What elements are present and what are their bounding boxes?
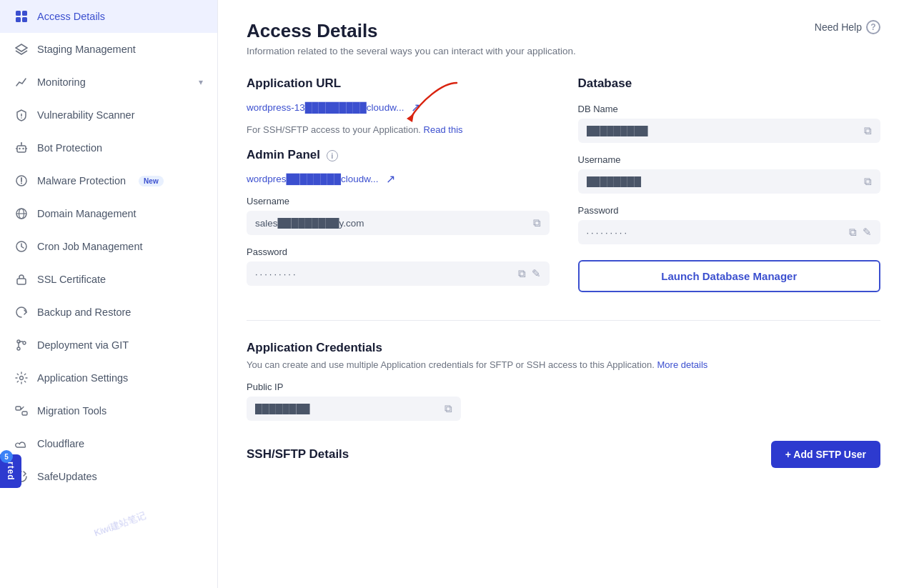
svg-point-8 (19, 148, 20, 149)
db-password-label: Password (578, 205, 881, 216)
grid-icon (14, 9, 29, 24)
public-ip-value: ████████ (255, 404, 439, 414)
public-ip-copy-icon[interactable]: ⧉ (444, 402, 452, 415)
sidebar-item-access-details[interactable]: Access Details (0, 0, 217, 33)
db-username-input-row: ████████ ⧉ (578, 169, 881, 194)
cloud-icon (14, 437, 29, 451)
sidebar-item-backup-and-restore[interactable]: Backup and Restore (0, 296, 217, 329)
sidebar-item-cron-job-management[interactable]: Cron Job Management (0, 230, 217, 263)
sidebar-item-ssl-certificate[interactable]: SSL Certificate (0, 263, 217, 296)
sidebar-item-vulnerability-scanner[interactable]: Vulnerability Scanner (0, 99, 217, 131)
chart-icon (14, 75, 29, 89)
db-password-edit-icon[interactable]: ✎ (863, 226, 872, 239)
admin-password-input-row: ········· ⧉ ✎ (247, 261, 550, 286)
admin-panel-info-icon[interactable]: i (327, 150, 338, 161)
top-section-grid: Application URL wordpress-13█████████clo… (247, 76, 880, 297)
help-icon: ? (866, 20, 880, 34)
admin-password-dots: ········· (255, 269, 298, 279)
sidebar-item-bot-protection[interactable]: Bot Protection (0, 131, 217, 164)
sidebar-item-deployment-via-git[interactable]: Deployment via GIT (0, 329, 217, 362)
db-name-value: █████████ (587, 126, 859, 136)
credentials-heading: Application Credentials (247, 341, 880, 355)
sidebar-item-label: Staging Management (37, 44, 136, 55)
sidebar-item-malware-protection[interactable]: Malware Protection New (0, 164, 217, 197)
ssh-sftp-heading: SSH/SFTP Details (247, 447, 349, 462)
application-url-text: wordpress-13█████████cloudw... (247, 102, 404, 113)
admin-password-label: Password (247, 246, 550, 257)
application-url-section: Application URL wordpress-13█████████clo… (247, 76, 550, 135)
db-username-value: ████████ (587, 176, 859, 187)
svg-rect-0 (16, 11, 21, 16)
public-ip-section: Public IP ████████ ⧉ (247, 382, 880, 421)
admin-username-value: sales█████████y.com (255, 218, 527, 229)
read-this-link[interactable]: Read this (424, 124, 463, 135)
admin-panel-section: Admin Panel i wordpres████████cloudw... … (247, 148, 550, 286)
svg-rect-28 (22, 412, 27, 415)
sidebar-item-safeupdates[interactable]: SafeUpdates (0, 460, 217, 493)
layers-icon (14, 42, 29, 56)
db-name-field: DB Name █████████ ⧉ (578, 104, 881, 143)
page-title: Access Details (247, 20, 576, 42)
sidebar-item-label: Malware Protection (37, 175, 126, 186)
admin-password-copy-icon[interactable]: ⧉ (518, 267, 526, 280)
public-ip-input-row: ████████ ⧉ (247, 397, 461, 421)
db-password-copy-icon[interactable]: ⧉ (849, 226, 857, 239)
chevron-down-icon: ▾ (199, 77, 203, 87)
need-help-label: Need Help (815, 21, 862, 33)
sidebar-item-label: Backup and Restore (37, 307, 131, 318)
sidebar-item-domain-management[interactable]: Domain Management (0, 197, 217, 230)
more-details-link[interactable]: More details (657, 359, 708, 370)
page-subtitle: Information related to the several ways … (247, 46, 576, 56)
ssh-sftp-section: SSH/SFTP Details + Add SFTP User (247, 441, 880, 468)
clock-icon (14, 239, 29, 254)
db-name-copy-icon[interactable]: ⧉ (864, 124, 872, 137)
db-username-label: Username (578, 154, 881, 165)
sidebar-item-migration-tools[interactable]: Migration Tools (0, 394, 217, 427)
sidebar-item-cloudflare[interactable]: Cloudflare (0, 427, 217, 460)
lock-icon (14, 272, 29, 286)
sidebar-item-monitoring[interactable]: Monitoring ▾ (0, 66, 217, 99)
admin-password-field: Password ········· ⧉ ✎ (247, 246, 550, 286)
admin-panel-url-text: wordpres████████cloudw... (247, 174, 379, 184)
sidebar-item-label: SSL Certificate (37, 274, 106, 285)
sidebar-item-application-settings[interactable]: Application Settings (0, 362, 217, 394)
sidebar-item-label: Monitoring (37, 76, 86, 88)
ssh-note: For SSH/SFTP access to your Application.… (247, 124, 550, 135)
application-url-heading: Application URL (247, 76, 550, 91)
admin-username-label: Username (247, 196, 550, 206)
admin-panel-external-link-icon[interactable]: ↗ (386, 172, 395, 186)
svg-rect-27 (16, 407, 21, 410)
svg-point-6 (21, 117, 22, 119)
db-username-field: Username ████████ ⧉ (578, 154, 881, 194)
section-divider (247, 320, 880, 321)
sidebar-item-staging-management[interactable]: Staging Management (0, 33, 217, 66)
admin-panel-heading: Admin Panel i (247, 148, 550, 162)
svg-rect-3 (22, 17, 27, 22)
left-column: Application URL wordpress-13█████████clo… (247, 76, 550, 297)
svg-point-23 (17, 347, 20, 350)
db-password-dots: ········· (587, 227, 630, 238)
add-sftp-user-button[interactable]: + Add SFTP User (771, 441, 880, 468)
svg-point-16 (21, 183, 22, 184)
red-arrow-annotation (399, 79, 464, 122)
admin-username-input-row: sales█████████y.com ⧉ (247, 211, 550, 235)
db-name-input-row: █████████ ⧉ (578, 119, 881, 143)
malware-icon (14, 174, 29, 188)
credentials-subtext: You can create and use multiple Applicat… (247, 359, 880, 370)
shield-icon (14, 108, 29, 122)
admin-username-copy-icon[interactable]: ⧉ (533, 216, 541, 229)
svg-marker-29 (407, 114, 414, 122)
admin-username-field: Username sales█████████y.com ⧉ (247, 196, 550, 235)
admin-password-edit-icon[interactable]: ✎ (532, 267, 541, 280)
database-section: Database DB Name █████████ ⧉ Username ██… (578, 76, 881, 297)
need-help-button[interactable]: Need Help ? (815, 20, 880, 34)
credentials-section: Application Credentials You can create a… (247, 341, 880, 421)
public-ip-label: Public IP (247, 382, 880, 392)
git-icon (14, 338, 29, 352)
sidebar-item-label: SafeUpdates (37, 471, 97, 482)
db-username-copy-icon[interactable]: ⧉ (864, 175, 872, 188)
bot-icon (14, 141, 29, 155)
backup-icon (14, 305, 29, 319)
database-heading: Database (578, 76, 881, 91)
launch-database-manager-button[interactable]: Launch Database Manager (578, 260, 881, 292)
